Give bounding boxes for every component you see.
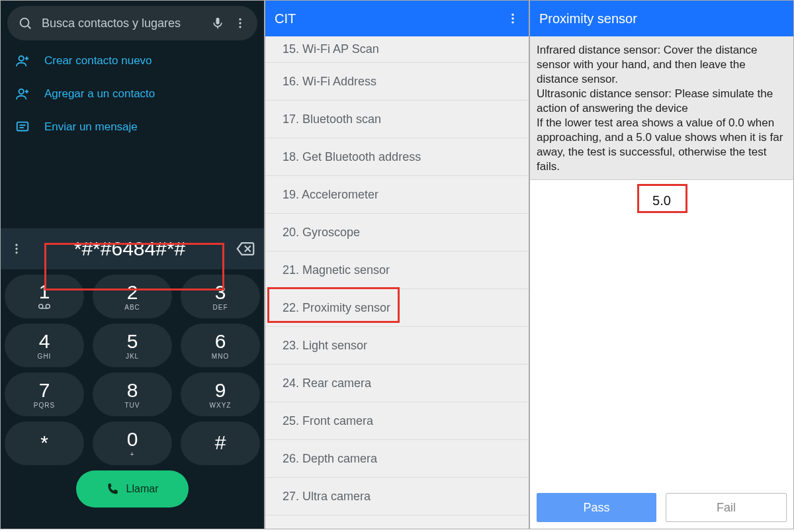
cit-item[interactable]: 24. Rear camera — [265, 365, 529, 402]
proximity-appbar: Proximity sensor — [530, 1, 793, 36]
key-7[interactable]: 7PQRS — [5, 373, 84, 416]
more-icon[interactable] — [506, 12, 519, 25]
cit-item[interactable]: 18. Get Bluetooth address — [265, 138, 529, 176]
menu-label: Crear contacto nuevo — [44, 54, 152, 67]
voicemail-icon — [38, 303, 50, 311]
key-5[interactable]: 5JKL — [93, 324, 172, 367]
svg-point-0 — [21, 19, 29, 27]
proximity-read-area: 5.0 — [530, 180, 793, 511]
svg-point-25 — [511, 21, 513, 23]
backspace-icon[interactable] — [230, 242, 261, 255]
svg-point-3 — [239, 19, 241, 21]
dial-more-icon[interactable] — [3, 242, 30, 255]
key-9[interactable]: 9WXYZ — [181, 373, 260, 416]
cit-item[interactable]: 22. Proximity sensor — [265, 289, 529, 327]
cit-item[interactable]: 15. Wi-Fi AP Scan — [265, 36, 529, 63]
cit-item[interactable]: 17. Bluetooth scan — [265, 101, 529, 138]
dial-code: *#*#6484#*# — [30, 238, 230, 260]
result-buttons: Pass Fail — [530, 493, 793, 522]
menu-label: Enviar un mensaje — [44, 120, 138, 134]
proximity-title: Proximity sensor — [539, 11, 784, 26]
message-icon — [15, 120, 44, 134]
fail-button[interactable]: Fail — [666, 493, 787, 522]
svg-point-9 — [19, 89, 24, 94]
cit-item[interactable]: 23. Light sensor — [265, 327, 529, 365]
dialer-panel: Busca contactos y lugares Crear contacto… — [0, 0, 265, 529]
key-8[interactable]: 8TUV — [93, 373, 172, 416]
key-1[interactable]: 1 — [5, 275, 84, 318]
search-bar[interactable]: Busca contactos y lugares — [7, 6, 257, 40]
svg-line-1 — [28, 26, 30, 28]
menu-label: Agregar a un contacto — [44, 87, 155, 101]
search-placeholder: Busca contactos y lugares — [42, 17, 211, 30]
call-label: Llamar — [126, 483, 159, 495]
key-4[interactable]: 4GHI — [5, 324, 84, 367]
svg-point-20 — [39, 304, 43, 308]
svg-point-24 — [511, 17, 513, 19]
mic-icon[interactable] — [211, 17, 224, 30]
cit-item[interactable]: 26. Depth camera — [265, 440, 529, 478]
keypad: 1 2ABC 3DEF 4GHI 5JKL 6MNO 7PQRS 8TUV 9W… — [1, 269, 264, 508]
key-6[interactable]: 6MNO — [181, 324, 260, 367]
cit-list: 15. Wi-Fi AP Scan16. Wi-Fi Address17. Bl… — [265, 36, 529, 515]
add-person-icon — [15, 87, 44, 101]
svg-point-4 — [239, 22, 241, 24]
svg-rect-12 — [17, 122, 28, 131]
pass-button[interactable]: Pass — [537, 493, 656, 522]
cit-item[interactable]: 16. Wi-Fi Address — [265, 63, 529, 101]
phone-icon — [107, 482, 120, 496]
search-icon — [18, 16, 32, 30]
key-3[interactable]: 3DEF — [181, 275, 260, 318]
add-person-icon — [15, 54, 44, 68]
key-2[interactable]: 2ABC — [93, 275, 172, 318]
cit-item[interactable]: 25. Front camera — [265, 402, 529, 440]
proximity-panel: Proximity sensor Infrared distance senso… — [529, 0, 794, 529]
call-button[interactable]: Llamar — [76, 470, 189, 508]
key-0[interactable]: 0+ — [93, 421, 172, 465]
cit-appbar: CIT — [265, 1, 529, 36]
menu-create-contact[interactable]: Crear contacto nuevo — [1, 44, 264, 77]
menu-send-message[interactable]: Enviar un mensaje — [1, 111, 264, 144]
proximity-instructions: Infrared distance sensor: Cover the dist… — [530, 36, 793, 180]
menu-add-to-contact[interactable]: Agregar a un contacto — [1, 77, 264, 111]
svg-point-23 — [511, 14, 513, 16]
cit-item[interactable]: 20. Gyroscope — [265, 214, 529, 251]
proximity-reading: 5.0 — [652, 193, 671, 208]
svg-point-6 — [19, 56, 24, 61]
cit-item[interactable]: 27. Ultra camera — [265, 478, 529, 515]
cit-panel: CIT 15. Wi-Fi AP Scan16. Wi-Fi Address17… — [265, 0, 529, 529]
dial-input-row: *#*#6484#*# — [1, 228, 264, 269]
key-hash[interactable]: # — [181, 421, 260, 465]
cit-item[interactable]: 19. Accelerometer — [265, 176, 529, 214]
cit-item[interactable]: 21. Magnetic sensor — [265, 251, 529, 289]
svg-point-5 — [239, 26, 241, 28]
cit-title: CIT — [275, 11, 506, 26]
svg-point-17 — [15, 251, 17, 253]
svg-point-21 — [46, 304, 50, 308]
more-icon[interactable] — [234, 17, 247, 30]
svg-point-16 — [15, 247, 17, 249]
key-star[interactable]: * — [5, 421, 84, 465]
svg-point-15 — [15, 244, 17, 246]
